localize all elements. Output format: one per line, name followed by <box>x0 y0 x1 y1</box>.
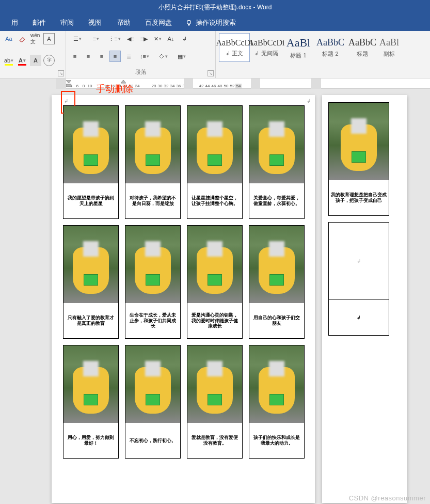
caption: 爱就是教育，没有爱便没有教育。 <box>187 423 242 458</box>
font-color-button[interactable]: A▾ <box>17 55 28 66</box>
ruler-tick: 24 <box>134 84 140 88</box>
paragraph-dialog-launcher[interactable]: ↘ <box>208 70 214 76</box>
photo-card[interactable]: 我的教育理想是把自己变成孩子，把孩子变成自己 <box>328 102 389 216</box>
character-shading-button[interactable]: A <box>30 55 41 66</box>
svg-point-0 <box>187 20 191 24</box>
ruler-tick: 8 <box>81 84 87 88</box>
svg-rect-2 <box>66 84 71 87</box>
caption: 关爱童心，每爱其爱，做童童龄，永葆初心。 <box>249 183 304 218</box>
photo-card[interactable]: 爱就是教育，没有爱便没有教育。 <box>187 345 243 459</box>
manual-delete-annotation: 手动删除 <box>96 83 133 95</box>
change-case-button[interactable]: Aa <box>3 33 14 44</box>
borders-button[interactable]: ▦▾ <box>173 51 190 62</box>
photo <box>187 106 242 183</box>
decrease-indent-button[interactable]: ◀≡ <box>125 33 136 44</box>
ruler-tick: 52 <box>229 84 235 88</box>
caption: 我的愿望是带孩子摘到天上的星星 <box>63 183 118 218</box>
style-subtitle[interactable]: AaBl副标 <box>379 33 400 62</box>
photo <box>249 226 304 303</box>
ruler-tick: 34 <box>169 84 176 88</box>
style-label: 标题 1 <box>290 52 306 59</box>
multilevel-list-button[interactable]: ⋮≡▾ <box>106 33 123 44</box>
ruler-tick: 30 <box>157 84 163 88</box>
tab-help[interactable]: 帮助 <box>110 14 138 31</box>
style-normal[interactable]: AaBbCcDi↲ 正文 <box>219 33 250 62</box>
tab-review[interactable]: 审阅 <box>53 14 81 31</box>
highlight-button[interactable]: ab▾ <box>3 55 14 66</box>
ruler-tick: 36 <box>176 84 182 88</box>
empty-caption: ↲ <box>329 300 389 335</box>
photo-card[interactable]: 对待孩子，我希望的不是向日葵，而是绽放 <box>125 105 181 219</box>
tell-me-search[interactable]: 操作说明搜索 <box>185 18 236 27</box>
caption: 孩子们的快乐和成长是我最大的动力。 <box>249 423 304 458</box>
photo-card[interactable]: 生命在于成长，爱从未止步，和孩子们共同成长 <box>125 225 181 339</box>
clear-formatting-button[interactable] <box>17 33 28 44</box>
align-center-button[interactable]: ≡ <box>83 51 94 62</box>
tab-mailings[interactable]: 邮件 <box>25 14 53 31</box>
caption: 只有融入了爱的教育才是真正的教育 <box>63 303 118 338</box>
tab-baidu-pan[interactable]: 百度网盘 <box>138 14 179 31</box>
style-heading2[interactable]: AaBbC标题 2 <box>315 33 346 62</box>
page-2[interactable]: 我的教育理想是把自己变成孩子，把孩子变成自己 ↲↲ <box>322 95 407 503</box>
style-preview: AaBl <box>286 36 310 50</box>
photo <box>125 226 180 303</box>
caption: 用心，用爱，努力做到最好！ <box>63 423 118 458</box>
style-label: 标题 2 <box>322 50 338 58</box>
shading-button[interactable]: ▾ <box>155 51 171 62</box>
ruler-tick: 42 <box>198 84 204 88</box>
ruler-shade <box>184 78 193 89</box>
bullets-button[interactable]: ☰▾ <box>69 33 86 44</box>
style-preview: AaBbC <box>316 37 344 48</box>
paragraph-mark: ↲ <box>64 98 68 104</box>
tab-partial[interactable]: 用 <box>4 14 25 31</box>
photo-card[interactable]: 不忘初心，践行初心。 <box>125 345 181 459</box>
paragraph-mark: ↲ <box>307 98 311 104</box>
photo-card[interactable]: 用心，用爱，努力做到最好！ <box>63 345 119 459</box>
csdn-watermark: CSDN @reasonsummer <box>349 494 426 502</box>
eraser-icon <box>19 35 26 42</box>
photo-card[interactable]: 我的愿望是带孩子摘到天上的星星 <box>63 105 119 219</box>
character-border-button[interactable]: A <box>43 33 55 44</box>
text-direction-button[interactable]: ✕▾ <box>152 33 163 44</box>
numbering-button[interactable]: ≡▾ <box>88 33 104 44</box>
svg-marker-1 <box>66 80 71 83</box>
empty-card[interactable]: ↲↲ <box>328 222 389 336</box>
photo-card[interactable]: 爱是沟通心灵的钥匙，我的爱时时伴随孩子健康成长 <box>187 225 243 339</box>
font-group: Aa wén文 A ab▾ A▾ A 字 ↘ <box>0 31 66 78</box>
style-nospacing[interactable]: AaBbCcDi↲ 无间隔 <box>251 33 282 62</box>
photo-card[interactable]: 用自己的心和孩子们交朋友 <box>249 225 305 339</box>
justify-button[interactable]: ≡ <box>109 51 121 62</box>
distribute-button[interactable]: ≣ <box>123 51 134 62</box>
line-spacing-button[interactable]: ↕≡▾ <box>136 51 153 62</box>
ruler-tick: 6 <box>74 84 81 88</box>
ruler-tick: 44 <box>204 84 211 88</box>
photo-card[interactable]: 孩子们的快乐和成长是我最大的动力。 <box>249 345 305 459</box>
first-line-indent-icon[interactable] <box>66 80 71 87</box>
tell-me-label: 操作说明搜索 <box>196 18 236 27</box>
photo-card[interactable]: 让星星挂满整个星空，让孩子挂满整个心胸。 <box>187 105 243 219</box>
show-hide-button[interactable]: ↲ <box>179 33 190 44</box>
photo <box>125 345 180 423</box>
align-right-button[interactable]: ≡ <box>96 51 107 62</box>
page-1[interactable]: 手动删除 ↲ ↲ 我的愿望是带孩子摘到天上的星星 对待孩子，我希望的不是向日葵，… <box>52 95 315 503</box>
phonetic-guide-button[interactable]: wén文 <box>30 33 41 44</box>
caption: 对待孩子，我希望的不是向日葵，而是绽放 <box>125 183 180 218</box>
style-heading1[interactable]: AaBl标题 1 <box>283 33 314 62</box>
photo-card[interactable]: 只有融入了爱的教育才是真正的教育 <box>63 225 119 339</box>
styles-group: AaBbCcDi↲ 正文 AaBbCcDi↲ 无间隔 AaBl标题 1 AaBb… <box>216 31 430 78</box>
align-left-button[interactable]: ≡ <box>69 51 81 62</box>
font-dialog-launcher[interactable]: ↘ <box>58 70 64 76</box>
photo-card[interactable]: 关爱童心，每爱其爱，做童童龄，永葆初心。 <box>249 105 305 219</box>
sort-button[interactable]: A↓ <box>165 33 177 44</box>
enclose-characters-button[interactable]: 字 <box>43 55 55 66</box>
tab-view[interactable]: 视图 <box>81 14 109 31</box>
style-title[interactable]: AaBbC标题 <box>347 33 378 62</box>
ruler-margin-left <box>56 78 66 89</box>
increase-indent-button[interactable]: ≡▶ <box>138 33 150 44</box>
caption: 用自己的心和孩子们交朋友 <box>249 303 304 338</box>
photo <box>329 103 389 180</box>
ribbon-tabs: 用 邮件 审阅 视图 帮助 百度网盘 操作说明搜索 <box>0 14 430 31</box>
photo <box>63 345 118 423</box>
paragraph-group: ☰▾ ≡▾ ⋮≡▾ ◀≡ ≡▶ ✕▾ A↓ ↲ ≡ ≡ ≡ ≡ ≣ ↕≡▾ ▾ … <box>66 31 216 78</box>
ruler-shade <box>251 78 260 89</box>
